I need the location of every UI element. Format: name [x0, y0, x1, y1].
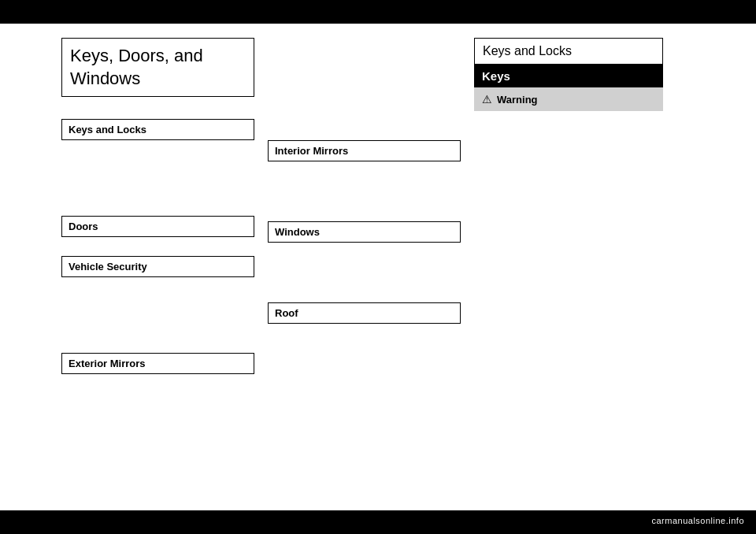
warning-text: Warning	[497, 94, 538, 106]
left-column: Keys, Doors, and Windows Keys and Locks …	[61, 38, 254, 379]
keys-and-locks-left[interactable]: Keys and Locks	[61, 119, 254, 140]
warning-icon: ⚠	[482, 93, 492, 106]
windows-label[interactable]: Windows	[268, 221, 461, 243]
top-bar	[0, 0, 756, 24]
vehicle-security-label[interactable]: Vehicle Security	[61, 256, 254, 277]
warning-badge: ⚠ Warning	[474, 87, 663, 111]
doors-label[interactable]: Doors	[61, 216, 254, 237]
keys-and-locks-right-title[interactable]: Keys and Locks	[474, 38, 663, 65]
right-column: Keys and Locks Keys ⚠ Warning	[474, 38, 663, 111]
interior-mirrors-label[interactable]: Interior Mirrors	[268, 140, 461, 161]
watermark: carmanualsonline.info	[646, 514, 750, 528]
middle-column: Interior Mirrors Windows Roof	[268, 38, 461, 328]
bottom-bar	[0, 510, 756, 534]
roof-label[interactable]: Roof	[268, 302, 461, 324]
keys-subtitle: Keys	[474, 65, 663, 87]
main-title: Keys, Doors, and Windows	[61, 38, 254, 97]
page-container: Keys, Doors, and Windows Keys and Locks …	[0, 0, 756, 534]
exterior-mirrors-label[interactable]: Exterior Mirrors	[61, 353, 254, 374]
